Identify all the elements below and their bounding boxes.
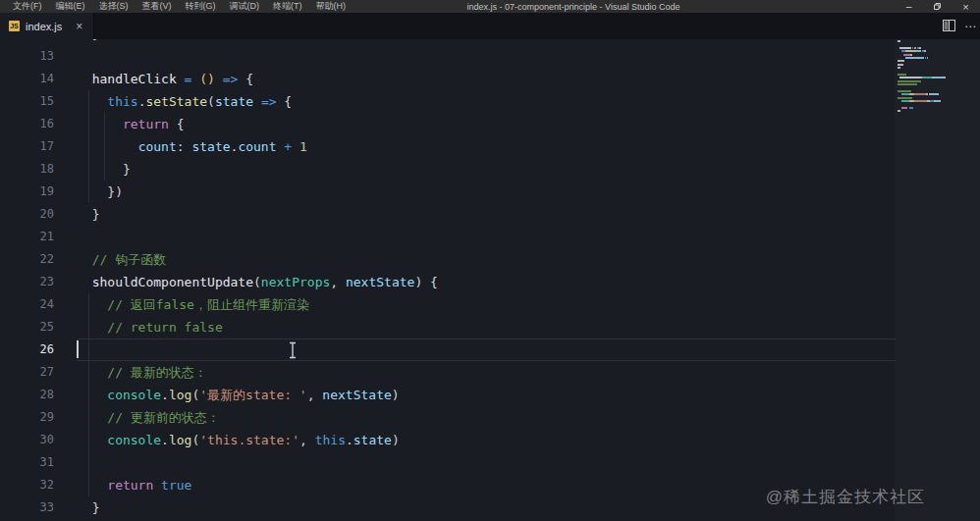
line-content: // 钩子函数: [77, 248, 896, 271]
code-line[interactable]: 30 console.log('this.state:', this.state…: [0, 429, 980, 451]
menu-item[interactable]: 调试(D): [223, 0, 267, 13]
restore-icon[interactable]: [923, 0, 952, 13]
line-number: 31: [0, 451, 54, 474]
line-content: }: [77, 203, 896, 226]
line-number: 22: [0, 248, 54, 271]
line-number: 24: [0, 293, 54, 316]
code-line[interactable]: 28 console.log('最新的state: ', nextState): [0, 384, 980, 406]
line-content: // return false: [77, 316, 896, 339]
line-content: // 最新的状态：: [77, 361, 896, 384]
line-content: [77, 339, 896, 361]
line-number: 29: [0, 406, 54, 429]
line-content: // 更新前的状态：: [77, 406, 896, 429]
tab-index-js[interactable]: JS index.js ×: [0, 13, 94, 39]
more-actions-icon[interactable]: ⋯: [964, 20, 977, 33]
line-number: 21: [0, 226, 54, 248]
watermark-text: @稀土掘金技术社区: [766, 486, 925, 508]
line-number: 33: [0, 496, 54, 519]
code-lines: 12 }1314 handleClick = () => {15 this.se…: [0, 39, 980, 519]
window-controls: – ×: [895, 0, 980, 13]
code-line[interactable]: 19 }): [0, 181, 980, 203]
tab-label: index.js: [26, 21, 62, 32]
line-number: 28: [0, 384, 54, 406]
line-number: 26: [0, 339, 54, 361]
code-line[interactable]: 13: [0, 45, 980, 68]
close-icon[interactable]: ×: [952, 0, 980, 13]
line-content: [77, 451, 896, 474]
line-content: handleClick = () => {: [77, 68, 896, 90]
line-content: // 返回false，阻止组件重新渲染: [77, 293, 896, 316]
code-line[interactable]: 29 // 更新前的状态：: [0, 406, 980, 429]
line-number: 16: [0, 113, 54, 135]
javascript-file-icon: JS: [9, 21, 20, 31]
code-line[interactable]: 17 count: state.count + 1: [0, 135, 980, 158]
line-number: 15: [0, 90, 54, 113]
split-editor-icon[interactable]: [943, 18, 955, 35]
code-line[interactable]: 23 shouldComponentUpdate(nextProps, next…: [0, 271, 980, 293]
text-caret: [77, 340, 79, 358]
code-line[interactable]: 22 // 钩子函数: [0, 248, 980, 271]
minimize-icon[interactable]: –: [895, 0, 923, 13]
tab-close-icon[interactable]: ×: [76, 21, 82, 32]
tab-bar: JS index.js × ⋯: [0, 13, 980, 39]
vscode-window: 文件(F)编辑(E)选择(S)查看(V)转到(G)调试(D)终端(T)帮助(H)…: [0, 0, 980, 521]
menu-item[interactable]: 查看(V): [136, 0, 179, 13]
line-number: 14: [0, 68, 54, 90]
editor-actions: ⋯: [943, 13, 980, 39]
line-number: 20: [0, 203, 54, 226]
line-content: this.setState(state => {: [77, 90, 896, 113]
code-line[interactable]: 25 // return false: [0, 316, 980, 339]
line-number: 18: [0, 158, 54, 181]
line-content: }): [77, 181, 896, 203]
code-line[interactable]: 18 }: [0, 158, 980, 181]
line-number: 27: [0, 361, 54, 384]
menu-item[interactable]: 终端(T): [266, 0, 309, 13]
editor-pane[interactable]: 12 }1314 handleClick = () => {15 this.se…: [0, 39, 980, 521]
line-number: 25: [0, 316, 54, 339]
code-line[interactable]: 20 }: [0, 203, 980, 226]
menu-bar: 文件(F)编辑(E)选择(S)查看(V)转到(G)调试(D)终端(T)帮助(H): [0, 0, 353, 13]
code-line[interactable]: 21: [0, 226, 980, 248]
menu-item[interactable]: 文件(F): [6, 0, 49, 13]
code-line[interactable]: 14 handleClick = () => {: [0, 68, 980, 90]
line-content: [77, 226, 896, 248]
line-content: shouldComponentUpdate(nextProps, nextSta…: [77, 271, 896, 293]
line-number: 32: [0, 474, 54, 496]
menu-item[interactable]: 帮助(H): [309, 0, 354, 13]
line-number: 17: [0, 135, 54, 158]
code-line[interactable]: 27 // 最新的状态：: [0, 361, 980, 384]
code-line[interactable]: 15 this.setState(state => {: [0, 90, 980, 113]
line-number: 30: [0, 429, 54, 451]
code-line[interactable]: 31: [0, 451, 980, 474]
menu-item[interactable]: 编辑(E): [49, 0, 92, 13]
code-line[interactable]: 24 // 返回false，阻止组件重新渲染: [0, 293, 980, 316]
line-number: 19: [0, 181, 54, 203]
title-bar: 文件(F)编辑(E)选择(S)查看(V)转到(G)调试(D)终端(T)帮助(H)…: [0, 0, 980, 13]
text-cursor-pointer: [288, 341, 298, 363]
line-number: 13: [0, 45, 54, 68]
line-content: }: [77, 158, 896, 181]
menu-item[interactable]: 选择(S): [92, 0, 136, 13]
code-line[interactable]: 16 return {: [0, 113, 980, 135]
code-line[interactable]: 26: [0, 339, 980, 361]
line-content: console.log('this.state:', this.state): [77, 429, 896, 451]
menu-item[interactable]: 转到(G): [179, 0, 223, 13]
line-content: return {: [77, 113, 896, 135]
line-content: [77, 45, 896, 68]
line-number: 23: [0, 271, 54, 293]
line-content: count: state.count + 1: [77, 135, 896, 158]
line-content: console.log('最新的state: ', nextState): [77, 384, 896, 406]
